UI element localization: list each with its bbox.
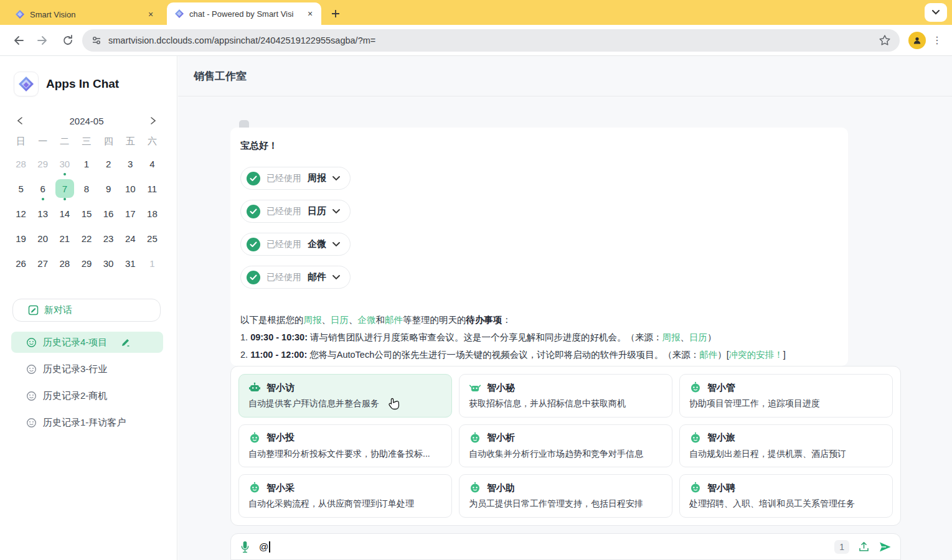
new-chat-button[interactable]: 新对话 [12, 299, 161, 322]
calendar-day[interactable]: 14 [54, 201, 75, 226]
robot-icon [248, 432, 261, 444]
calendar-day[interactable]: 29 [32, 151, 54, 176]
history-item-3[interactable]: 历史记录3-行业 [11, 358, 163, 380]
char-count-badge: 1 [834, 540, 849, 554]
calendar-day[interactable]: 1 [75, 151, 97, 176]
calendar-next-button[interactable] [147, 114, 159, 127]
agent-card-zhixiaoguan[interactable]: 智小管 协助项目管理工作，追踪项目进度 [679, 374, 893, 418]
tool-chip-calendar[interactable]: 已经使用 日历 [240, 200, 351, 223]
calendar-day[interactable]: 3 [120, 151, 141, 176]
tool-chip-wecom[interactable]: 已经使用 企微 [240, 233, 351, 256]
calendar-day[interactable]: 24 [120, 226, 141, 251]
calendar-day[interactable]: 1 [141, 251, 163, 276]
calendar-day[interactable]: 29 [75, 251, 97, 276]
robot-icon [469, 432, 481, 444]
bookmark-star-icon[interactable] [879, 34, 891, 47]
calendar-grid: 28 29 30 1 2 3 4 5 6 7 8 9 10 11 12 13 1… [10, 151, 163, 276]
tab-smart-vision[interactable]: Smart Vision × [7, 4, 162, 25]
tool-chip-weekly[interactable]: 已经使用 周报 [240, 167, 351, 190]
calendar-day[interactable]: 5 [10, 176, 32, 201]
calendar-day[interactable]: 8 [75, 176, 97, 201]
forward-button[interactable] [32, 30, 54, 51]
calendar-day[interactable]: 20 [32, 226, 54, 251]
link-weekly[interactable]: 周报 [304, 315, 322, 325]
agent-name: 智小析 [487, 432, 515, 444]
todo-item-2: 2. 11:00 - 12:00: 您将与AutoTech公司的张先生进行一场关… [240, 346, 838, 363]
calendar-day[interactable]: 11 [141, 176, 163, 201]
chevron-down-icon [332, 275, 340, 280]
url-text[interactable]: smartvision.dcclouds.com/appsinchat/2404… [108, 35, 872, 45]
calendar-day[interactable]: 23 [98, 226, 120, 251]
agent-card-zhixiaomi[interactable]: 智小秘 获取招标信息，并从招标信息中获取商机 [459, 374, 672, 418]
conflict-link[interactable]: 冲突的安排！ [729, 350, 783, 360]
calendar-day[interactable]: 28 [10, 151, 32, 176]
calendar-day[interactable]: 13 [32, 201, 54, 226]
source-link[interactable]: 周报 [662, 332, 681, 342]
calendar-day[interactable]: 2 [98, 151, 120, 176]
send-button[interactable] [879, 541, 892, 553]
agent-card-grid: 智小访 自动提供客户拜访信息并整合服务 智小秘 获取招标信息，并从招标信息中获取… [230, 366, 901, 526]
calendar-day[interactable]: 31 [120, 251, 141, 276]
reload-button[interactable] [57, 30, 78, 51]
calendar-day[interactable]: 18 [141, 201, 163, 226]
agent-card-zhixiaoxi[interactable]: 智小析 自动收集并分析行业市场趋势和竞争对手信息 [459, 424, 672, 468]
calendar-day[interactable]: 4 [141, 151, 163, 176]
calendar-day[interactable]: 9 [98, 176, 120, 201]
calendar-day[interactable]: 30 [54, 151, 75, 176]
agent-description: 自动整理和分析投标文件要求，协助准备投标... [248, 449, 442, 460]
new-tab-button[interactable] [328, 6, 344, 22]
agent-card-zhixiaozhu[interactable]: 智小助 为员工提供日常工作管理支持，包括日程安排 [459, 474, 672, 518]
robot-icon [248, 482, 261, 494]
calendar-day[interactable]: 21 [54, 226, 75, 251]
tab-close-icon[interactable]: × [305, 9, 315, 19]
agent-card-zhixiaolv[interactable]: 智小旅 自动规划出差日程，提供机票、酒店预订 [679, 424, 893, 468]
calendar-day[interactable]: 25 [141, 226, 163, 251]
agent-card-zhixiaopin[interactable]: 智小聘 处理招聘、入职、培训和员工关系管理任务 [679, 474, 893, 518]
calendar-day[interactable]: 15 [75, 201, 97, 226]
tab-close-icon[interactable]: × [146, 9, 156, 19]
calendar-day[interactable]: 6 [32, 176, 54, 201]
upload-icon[interactable] [858, 541, 870, 553]
calendar-day[interactable]: 22 [75, 226, 97, 251]
history-item-2[interactable]: 历史记录2-商机 [11, 385, 163, 406]
calendar-day[interactable]: 27 [32, 251, 54, 276]
source-link[interactable]: 邮件 [699, 350, 717, 360]
tab-chat-active[interactable]: chat - Powered by Smart Visi × [167, 2, 321, 25]
agent-card-zhixiaofang[interactable]: 智小访 自动提供客户拜访信息并整合服务 [238, 374, 452, 418]
history-item-1[interactable]: 历史记录1-拜访客户 [11, 412, 163, 433]
calendar-day[interactable]: 30 [98, 251, 120, 276]
source-link[interactable]: 日历 [689, 332, 707, 342]
calendar-day-selected[interactable]: 7 [54, 176, 75, 201]
calendar-day[interactable]: 16 [98, 201, 120, 226]
chat-input-bar[interactable]: @ 1 [230, 533, 901, 560]
back-button[interactable] [7, 30, 29, 51]
agent-card-zhixiaocai[interactable]: 智小采 自动化采购流程，从供应商管理到订单处理 [238, 474, 452, 518]
chip-status-label: 已经使用 [266, 239, 301, 250]
robot-icon [248, 381, 261, 394]
tab-search-button[interactable] [925, 3, 947, 22]
calendar-day[interactable]: 28 [54, 251, 75, 276]
site-info-icon [91, 35, 102, 46]
calendar-day[interactable]: 12 [10, 201, 32, 226]
tool-chip-mail[interactable]: 已经使用 邮件 [240, 266, 351, 289]
edit-pencil-icon[interactable] [121, 338, 130, 347]
microphone-icon[interactable] [240, 541, 250, 553]
calendar-prev-button[interactable] [14, 114, 26, 127]
chat-bubble-icon [26, 364, 37, 375]
input-text[interactable]: @ [259, 541, 268, 552]
browser-menu-button[interactable]: ⋮ [930, 32, 945, 49]
address-bar[interactable]: smartvision.dcclouds.com/appsinchat/2404… [82, 29, 900, 52]
calendar-day[interactable]: 19 [10, 226, 32, 251]
history-item-4[interactable]: 历史记录4-项目 [11, 332, 163, 353]
calendar-day[interactable]: 10 [120, 176, 141, 201]
profile-avatar[interactable] [908, 32, 926, 49]
calendar-day[interactable]: 26 [10, 251, 32, 276]
link-wecom[interactable]: 企微 [358, 315, 376, 325]
link-calendar[interactable]: 日历 [331, 315, 349, 325]
agent-card-zhixiaotou[interactable]: 智小投 自动整理和分析投标文件要求，协助准备投标... [238, 424, 452, 468]
link-mail[interactable]: 邮件 [385, 315, 403, 325]
calendar-day[interactable]: 17 [120, 201, 141, 226]
plus-icon [331, 9, 340, 18]
workspace-header: 销售工作室 [178, 56, 952, 96]
agent-name: 智小聘 [707, 482, 735, 494]
